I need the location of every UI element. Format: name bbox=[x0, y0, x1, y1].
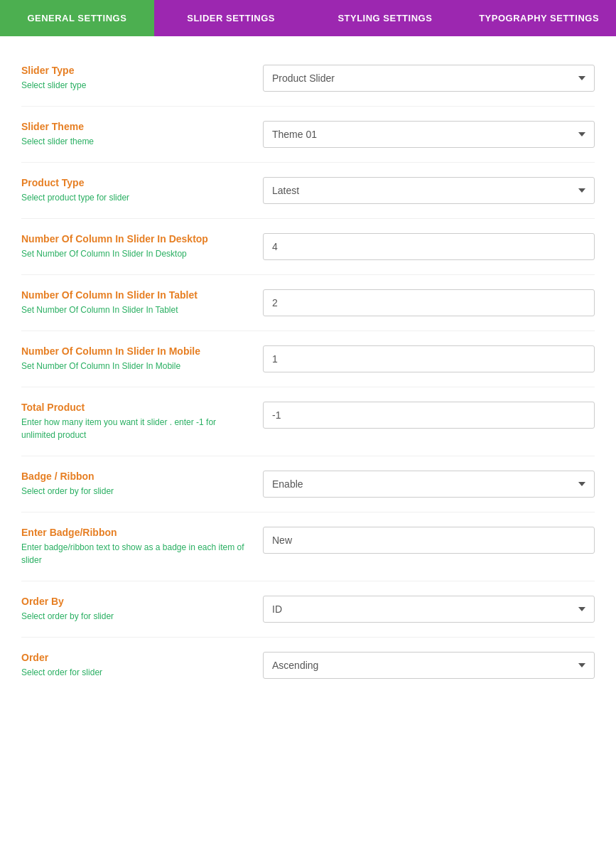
field-desc-col-tablet: Set Number Of Column In Slider In Tablet bbox=[21, 304, 249, 316]
label-col-slider-theme: Slider ThemeSelect slider theme bbox=[21, 121, 263, 148]
field-desc-slider-theme: Select slider theme bbox=[21, 135, 249, 148]
input-col-tablet[interactable] bbox=[263, 289, 595, 316]
label-col-product-type: Product TypeSelect product type for slid… bbox=[21, 177, 263, 204]
input-total-product[interactable] bbox=[263, 402, 595, 429]
input-col-badge-text bbox=[263, 527, 595, 554]
field-title-order: Order bbox=[21, 652, 249, 663]
field-desc-order-by: Select order by for slider bbox=[21, 610, 249, 623]
label-col-badge-text: Enter Badge/RibbonEnter badge/ribbon tex… bbox=[21, 527, 263, 567]
input-col-order-by: IDDateTitlePriceModifiedRandom bbox=[263, 596, 595, 623]
input-col-col-tablet bbox=[263, 289, 595, 316]
input-col-desktop[interactable] bbox=[263, 233, 595, 260]
row-order-by: Order BySelect order by for sliderIDDate… bbox=[21, 581, 595, 638]
label-col-col-desktop: Number Of Column In Slider In DesktopSet… bbox=[21, 233, 263, 260]
row-order: OrderSelect order for sliderAscendingDes… bbox=[21, 638, 595, 693]
field-desc-badge-ribbon: Select order by for slider bbox=[21, 485, 249, 498]
select-order[interactable]: AscendingDescending bbox=[263, 652, 595, 679]
field-desc-total-product: Enter how many item you want it slider .… bbox=[21, 416, 249, 441]
label-col-order: OrderSelect order for slider bbox=[21, 652, 263, 679]
field-desc-product-type: Select product type for slider bbox=[21, 191, 249, 204]
tab-typography[interactable]: TYPOGRAPHY SETTINGS bbox=[462, 0, 616, 36]
field-title-order-by: Order By bbox=[21, 596, 249, 607]
label-col-order-by: Order BySelect order by for slider bbox=[21, 596, 263, 623]
field-title-col-desktop: Number Of Column In Slider In Desktop bbox=[21, 233, 249, 245]
row-product-type: Product TypeSelect product type for slid… bbox=[21, 163, 595, 219]
field-desc-order: Select order for slider bbox=[21, 666, 249, 679]
input-col-col-desktop bbox=[263, 233, 595, 260]
field-desc-slider-type: Select slider type bbox=[21, 79, 249, 92]
tab-general[interactable]: GENERAL SETTINGS bbox=[0, 0, 154, 36]
tab-slider[interactable]: SLIDER SETTINGS bbox=[154, 0, 308, 36]
field-title-product-type: Product Type bbox=[21, 177, 249, 188]
select-order-by[interactable]: IDDateTitlePriceModifiedRandom bbox=[263, 596, 595, 623]
row-badge-text: Enter Badge/RibbonEnter badge/ribbon tex… bbox=[21, 512, 595, 581]
select-product-type[interactable]: LatestFeaturedOn SaleBest Selling bbox=[263, 177, 595, 204]
label-col-badge-ribbon: Badge / RibbonSelect order by for slider bbox=[21, 471, 263, 498]
select-slider-type[interactable]: Product SliderCategory SliderCustom Slid… bbox=[263, 65, 595, 92]
row-col-mobile: Number Of Column In Slider In MobileSet … bbox=[21, 331, 595, 387]
input-badge-text[interactable] bbox=[263, 527, 595, 554]
input-col-badge-ribbon: EnableDisable bbox=[263, 471, 595, 498]
field-title-slider-type: Slider Type bbox=[21, 65, 249, 76]
tab-styling[interactable]: STYLING SETTINGS bbox=[308, 0, 463, 36]
field-desc-col-mobile: Set Number Of Column In Slider In Mobile bbox=[21, 360, 249, 372]
field-title-badge-ribbon: Badge / Ribbon bbox=[21, 471, 249, 482]
field-desc-col-desktop: Set Number Of Column In Slider In Deskto… bbox=[21, 247, 249, 260]
input-col-mobile[interactable] bbox=[263, 345, 595, 372]
field-title-col-tablet: Number Of Column In Slider In Tablet bbox=[21, 289, 249, 301]
label-col-col-tablet: Number Of Column In Slider In TabletSet … bbox=[21, 289, 263, 316]
row-slider-theme: Slider ThemeSelect slider themeTheme 01T… bbox=[21, 107, 595, 163]
row-col-desktop: Number Of Column In Slider In DesktopSet… bbox=[21, 219, 595, 275]
field-title-col-mobile: Number Of Column In Slider In Mobile bbox=[21, 345, 249, 357]
row-col-tablet: Number Of Column In Slider In TabletSet … bbox=[21, 275, 595, 331]
row-badge-ribbon: Badge / RibbonSelect order by for slider… bbox=[21, 456, 595, 512]
field-title-total-product: Total Product bbox=[21, 402, 249, 413]
label-col-slider-type: Slider TypeSelect slider type bbox=[21, 65, 263, 92]
row-slider-type: Slider TypeSelect slider typeProduct Sli… bbox=[21, 50, 595, 107]
field-title-badge-text: Enter Badge/Ribbon bbox=[21, 527, 249, 538]
field-title-slider-theme: Slider Theme bbox=[21, 121, 249, 132]
field-desc-badge-text: Enter badge/ribbon text to show as a bad… bbox=[21, 541, 249, 567]
input-col-slider-type: Product SliderCategory SliderCustom Slid… bbox=[263, 65, 595, 92]
label-col-col-mobile: Number Of Column In Slider In MobileSet … bbox=[21, 345, 263, 372]
tab-bar: GENERAL SETTINGSSLIDER SETTINGSSTYLING S… bbox=[0, 0, 616, 36]
select-badge-ribbon[interactable]: EnableDisable bbox=[263, 471, 595, 498]
input-col-product-type: LatestFeaturedOn SaleBest Selling bbox=[263, 177, 595, 204]
input-col-order: AscendingDescending bbox=[263, 652, 595, 679]
input-col-total-product bbox=[263, 402, 595, 429]
select-slider-theme[interactable]: Theme 01Theme 02Theme 03 bbox=[263, 121, 595, 148]
input-col-slider-theme: Theme 01Theme 02Theme 03 bbox=[263, 121, 595, 148]
input-col-col-mobile bbox=[263, 345, 595, 372]
label-col-total-product: Total ProductEnter how many item you wan… bbox=[21, 402, 263, 441]
row-total-product: Total ProductEnter how many item you wan… bbox=[21, 387, 595, 456]
settings-content: Slider TypeSelect slider typeProduct Sli… bbox=[0, 36, 616, 707]
